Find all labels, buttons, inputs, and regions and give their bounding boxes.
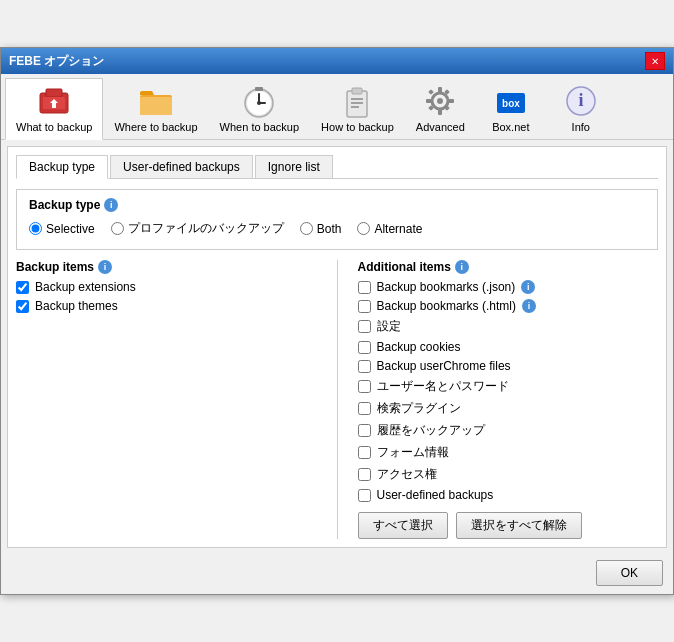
checkbox-form-info[interactable]: フォーム情報 [358,444,659,461]
ok-button[interactable]: OK [596,560,663,586]
svg-point-17 [437,98,443,104]
svg-rect-18 [438,87,442,93]
toolbar: What to backup Where to backup [1,74,673,140]
radio-profile[interactable]: プロファイルのバックアップ [111,220,284,237]
backup-items-info-icon[interactable]: i [98,260,112,274]
close-button[interactable]: ✕ [645,52,665,70]
toolbar-boxnet-label: Box.net [492,121,529,133]
checkbox-user-defined[interactable]: User-defined backups [358,488,659,502]
col-divider [337,260,338,539]
advanced-icon [422,83,458,119]
additional-items-col: Additional items i Backup bookmarks (.js… [358,260,659,539]
items-columns: Backup items i Backup extensions Backup … [16,260,658,539]
tab-backup-type[interactable]: Backup type [16,155,108,179]
svg-rect-21 [448,99,454,103]
radio-selective[interactable]: Selective [29,222,95,236]
toolbar-what-to-backup[interactable]: What to backup [5,78,103,140]
toolbar-when-label: When to backup [220,121,300,133]
toolbar-advanced[interactable]: Advanced [405,78,476,139]
checkbox-backup-extensions[interactable]: Backup extensions [16,280,317,294]
toolbar-where-to-backup[interactable]: Where to backup [103,78,208,139]
checkbox-username-password[interactable]: ユーザー名とパスワード [358,378,659,395]
toolbar-info[interactable]: i Info [546,78,616,139]
svg-rect-4 [140,97,172,115]
checkbox-backup-bookmarks-html[interactable]: Backup bookmarks (.html) i [358,299,659,313]
svg-rect-10 [255,87,263,91]
checkbox-settings[interactable]: 設定 [358,318,659,335]
checkbox-backup-themes[interactable]: Backup themes [16,299,317,313]
svg-rect-22 [428,89,434,95]
clipboard-icon [339,83,375,119]
toolbar-what-label: What to backup [16,121,92,133]
clock-icon [241,83,277,119]
radio-both[interactable]: Both [300,222,342,236]
checkbox-search-plugins[interactable]: 検索プラグイン [358,400,659,417]
toolbar-advanced-label: Advanced [416,121,465,133]
additional-items-title: Additional items i [358,260,659,274]
boxnet-icon: box [493,83,529,119]
toolbar-where-label: Where to backup [114,121,197,133]
main-content: Backup type User-defined backups Ignore … [7,146,667,548]
backup-icon [36,83,72,119]
tab-ignore-list[interactable]: Ignore list [255,155,333,178]
checkbox-backup-cookies[interactable]: Backup cookies [358,340,659,354]
checkbox-access-rights[interactable]: アクセス権 [358,466,659,483]
title-bar: FEBE オプション ✕ [1,48,673,74]
toolbar-how-to-backup[interactable]: How to backup [310,78,405,139]
window-title: FEBE オプション [9,53,104,70]
svg-rect-12 [352,88,362,94]
deselect-all-button[interactable]: 選択をすべて解除 [456,512,582,539]
additional-items-info-icon[interactable]: i [455,260,469,274]
toolbar-how-label: How to backup [321,121,394,133]
svg-rect-1 [46,89,62,97]
main-window: FEBE オプション ✕ What to backup [0,47,674,595]
svg-rect-20 [426,99,432,103]
checkbox-backup-userchrome[interactable]: Backup userChrome files [358,359,659,373]
bookmarks-html-info-icon[interactable]: i [522,299,536,313]
folder-icon [138,83,174,119]
select-all-button[interactable]: すべて選択 [358,512,448,539]
info-toolbar-icon: i [563,83,599,119]
backup-type-title: Backup type i [29,198,645,212]
toolbar-when-to-backup[interactable]: When to backup [209,78,311,139]
toolbar-info-label: Info [572,121,590,133]
svg-point-9 [257,101,261,105]
backup-type-info-icon[interactable]: i [104,198,118,212]
title-bar-controls: ✕ [645,52,665,70]
toolbar-box-net[interactable]: box Box.net [476,78,546,139]
action-buttons: すべて選択 選択をすべて解除 [358,512,659,539]
svg-rect-19 [438,109,442,115]
svg-text:i: i [578,90,583,110]
tab-bar: Backup type User-defined backups Ignore … [16,155,658,179]
backup-type-section: Backup type i Selective プロファイルのバックアップ Bo… [16,189,658,250]
tab-user-defined-backups[interactable]: User-defined backups [110,155,253,178]
checkbox-backup-bookmarks-json[interactable]: Backup bookmarks (.json) i [358,280,659,294]
footer: OK [1,554,673,594]
backup-items-col: Backup items i Backup extensions Backup … [16,260,317,539]
backup-type-radio-group: Selective プロファイルのバックアップ Both Alternate [29,220,645,237]
svg-text:box: box [502,98,520,109]
bookmarks-json-info-icon[interactable]: i [521,280,535,294]
radio-alternate[interactable]: Alternate [357,222,422,236]
backup-items-title: Backup items i [16,260,317,274]
checkbox-history-backup[interactable]: 履歴をバックアップ [358,422,659,439]
svg-rect-11 [347,91,367,117]
